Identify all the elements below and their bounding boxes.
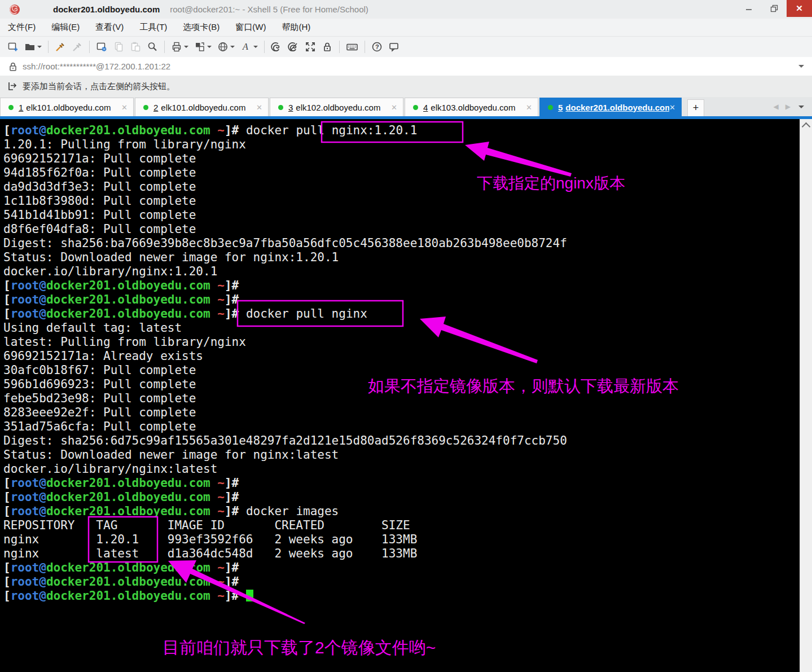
print-icon (171, 41, 182, 52)
prompt-path: ~ (210, 490, 225, 504)
address-dropdown-icon[interactable] (798, 65, 804, 68)
terminal-scrollbar[interactable] (800, 119, 812, 672)
feedback-button[interactable] (385, 39, 402, 55)
output-text: Digest: sha256:ba7669e39b8ec8b3ec9a7fba5… (3, 236, 567, 250)
output-text: 30afc0b18f67: Pull complete (3, 363, 196, 377)
print-dropdown-icon[interactable] (184, 46, 188, 48)
minimize-button[interactable] (736, 0, 761, 17)
prompt-user: root@ (11, 124, 46, 137)
restore-button[interactable] (761, 0, 787, 17)
output-text: latest: Pulling from library/nginx (3, 335, 246, 349)
keyboard-button[interactable] (343, 39, 361, 55)
prompt-host: docker201.oldboyedu.com (46, 307, 210, 320)
terminal[interactable]: [root@docker201.oldboyedu.com ~]# docker… (0, 119, 800, 672)
open-session-dropdown-icon[interactable] (37, 46, 42, 48)
tab-5-docker201.oldboyedu.com[interactable]: 5docker201.oldboyedu.com✕ (539, 98, 682, 116)
info-bar-message: 要添加当前会话，点击左侧的箭头按钮。 (23, 81, 175, 92)
output-text: 1c11b8f3980d: Pull complete (3, 194, 196, 208)
tab-2-elk101.oldboyedu.com[interactable]: 2elk101.oldboyedu.com✕ (135, 98, 269, 116)
tab-close-icon[interactable]: ✕ (256, 103, 262, 112)
terminal-line-26: [root@docker201.oldboyedu.com ~]# (3, 476, 567, 490)
keyboard-icon (346, 41, 358, 52)
terminal-line-25: docker.io/library/nginx:latest (3, 462, 567, 476)
menu-item-6[interactable]: 帮助(H) (274, 19, 318, 36)
open-session-button[interactable] (21, 39, 45, 55)
close-button[interactable]: ✕ (787, 0, 812, 17)
tab-close-icon[interactable]: ✕ (669, 103, 675, 112)
help-button[interactable]: ? (368, 39, 385, 55)
terminal-line-31: nginx latest d1a364dc548d 2 weeks ago 13… (3, 547, 567, 561)
prompt-user: root@ (11, 589, 46, 603)
menu-item-5[interactable]: 窗口(W) (227, 19, 274, 36)
new-session-button[interactable] (5, 39, 21, 55)
prompt-path: ~ (210, 589, 225, 603)
terminal-line-30: nginx 1.20.1 993ef3592f66 2 weeks ago 13… (3, 533, 567, 547)
print-button[interactable] (168, 39, 191, 55)
copy-button[interactable] (110, 39, 127, 55)
terminal-line-1: [root@docker201.oldboyedu.com ~]# docker… (3, 124, 567, 138)
terminal-line-24: Status: Downloaded newer image for nginx… (3, 448, 567, 462)
connect-button[interactable] (52, 39, 69, 55)
title-bar: docker201.oldboyedu.com root@docker201:~… (0, 0, 812, 19)
paste-button[interactable] (127, 39, 144, 55)
menu-item-0[interactable]: 文件(F) (0, 19, 43, 36)
add-session-arrow-icon (7, 81, 18, 92)
disconnect-button[interactable] (69, 39, 86, 55)
output-text: docker.io/library/nginx:latest (3, 462, 217, 476)
color-scheme-button[interactable] (191, 39, 214, 55)
menu-item-3[interactable]: 工具(T) (131, 19, 175, 36)
tab-label: elk102.oldboyedu.com (296, 103, 380, 112)
tab-4-elk103.oldboyedu.com[interactable]: 4elk103.oldboyedu.com✕ (405, 98, 538, 116)
menu-bar: 文件(F)编辑(E)查看(V)工具(T)选项卡(B)窗口(W)帮助(H) (0, 19, 812, 37)
terminal-line-5: da9d3d3df3e3: Pull complete (3, 180, 567, 194)
terminal-line-4: 94d185f62f0a: Pull complete (3, 166, 567, 180)
output-text: 596b1d696923: Pull complete (3, 377, 196, 391)
tab-1-elk101.oldboyedu.com[interactable]: 1elk101.oldboyedu.com✕ (0, 98, 134, 116)
tab-nav: ◀ ▶ (770, 97, 812, 116)
find-button[interactable] (144, 39, 161, 55)
menu-item-2[interactable]: 查看(V) (87, 19, 131, 36)
font-button[interactable]: A (238, 39, 261, 55)
output-text: 69692152171a: Pull complete (3, 152, 196, 165)
terminal-line-18: 30afc0b18f67: Pull complete (3, 363, 567, 377)
tab-scroll-right-icon[interactable]: ▶ (785, 103, 791, 111)
tab-scroll-left-icon[interactable]: ◀ (774, 103, 779, 111)
web-dropdown-icon[interactable] (230, 46, 235, 48)
output-text: febe5bd23e98: Pull complete (3, 392, 196, 405)
connected-status-icon (413, 105, 418, 110)
output-text: nginx 1.20.1 993ef3592f66 2 weeks ago 13… (3, 533, 417, 546)
lock-screen-button[interactable] (319, 39, 336, 55)
scroll-up-icon[interactable] (802, 122, 811, 131)
tab-close-icon[interactable]: ✕ (391, 103, 397, 112)
terminal-line-32: [root@docker201.oldboyedu.com ~]# (3, 561, 567, 575)
session-properties-button[interactable] (93, 39, 110, 55)
prompt-host: docker201.oldboyedu.com (46, 476, 210, 490)
address-bar[interactable]: ssh://root:***********@172.200.1.201:22 (0, 57, 812, 76)
window-title-host: docker201.oldboyedu.com (53, 5, 160, 14)
command-text: docker pull (246, 124, 332, 137)
prompt-host: docker201.oldboyedu.com (46, 293, 210, 306)
font-dropdown-icon[interactable] (253, 46, 258, 48)
prompt-user: root@ (11, 293, 46, 306)
xftp-tool-button[interactable] (285, 39, 302, 55)
annotation-label-3: 目前咱们就只下载了2个镜像文件哟~ (163, 636, 436, 660)
web-button[interactable] (214, 39, 238, 55)
prompt-user: root@ (11, 279, 46, 292)
tab-list-dropdown-icon[interactable] (798, 106, 804, 108)
session-properties-icon (96, 41, 107, 52)
menu-item-4[interactable]: 选项卡(B) (175, 19, 227, 36)
toolbar-separator (164, 41, 165, 53)
xshell-tool-button[interactable] (268, 39, 285, 55)
fullscreen-button[interactable] (302, 39, 319, 55)
tab-close-icon[interactable]: ✕ (121, 103, 128, 112)
color-scheme-dropdown-icon[interactable] (207, 46, 212, 48)
prompt-path: ~ (210, 575, 225, 588)
prompt-host: docker201.oldboyedu.com (46, 490, 210, 504)
output-text: da9d3d3df3e3: Pull complete (3, 180, 196, 194)
prompt-user: root@ (11, 490, 46, 504)
tab-3-elk102.oldboyedu.com[interactable]: 3elk102.oldboyedu.com✕ (270, 98, 403, 116)
terminal-line-16: latest: Pulling from library/nginx (3, 335, 567, 349)
tab-close-icon[interactable]: ✕ (526, 103, 532, 112)
menu-item-1[interactable]: 编辑(E) (43, 19, 87, 36)
new-tab-button[interactable]: + (687, 99, 704, 116)
